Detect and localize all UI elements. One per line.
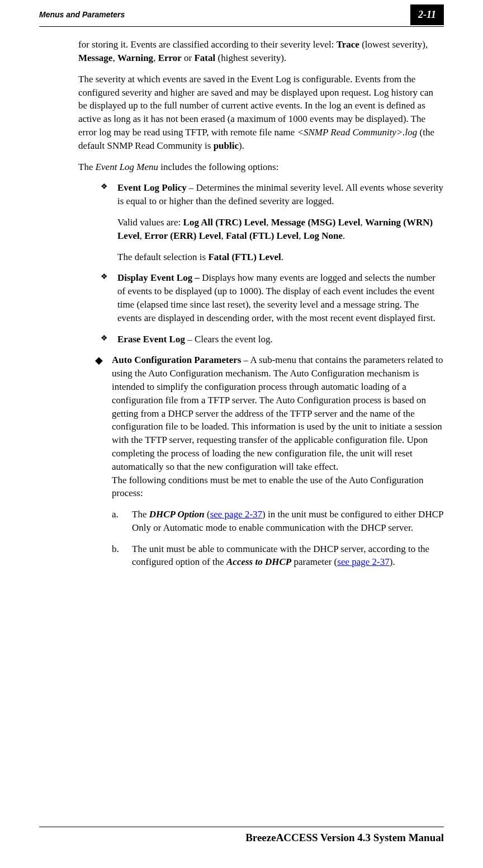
paragraph-3: The Event Log Menu includes the followin… xyxy=(78,161,444,174)
link-dhcp-option[interactable]: see page 2-37 xyxy=(210,509,262,520)
content: for storing it. Events are classified ac… xyxy=(0,38,483,569)
header-rule xyxy=(39,26,444,27)
diamond-icon: ◆ xyxy=(95,353,112,500)
footer-text: BreezeACCESS Version 4.3 System Manual xyxy=(39,831,444,846)
bullet-event-log-policy: ❖ Event Log Policy – Determines the mini… xyxy=(78,181,444,263)
bullet-icon: ❖ xyxy=(101,181,117,208)
default-selection: The default selection is Fatal (FTL) Lev… xyxy=(101,251,444,264)
link-access-to-dhcp[interactable]: see page 2-37 xyxy=(337,556,389,567)
bullet-display-event-log: ❖ Display Event Log – Displays how many … xyxy=(78,271,444,324)
header-page-number: 2-11 xyxy=(410,4,444,25)
bullet-icon: ❖ xyxy=(101,271,117,324)
bullet-auto-config: ◆ Auto Configuration Parameters – A sub-… xyxy=(78,353,444,569)
valid-values: Valid values are: Log All (TRC) Level, M… xyxy=(101,216,444,243)
bullet-icon: ❖ xyxy=(101,333,117,346)
bullet-erase-event-log: ❖ Erase Event Log – Clears the event log… xyxy=(78,333,444,346)
list-item-a: a. The DHCP Option (see page 2-37) in th… xyxy=(95,508,444,535)
header-section: Menus and Parameters xyxy=(39,10,125,21)
paragraph-2: The severity at which events are saved i… xyxy=(78,73,444,153)
page-footer: BreezeACCESS Version 4.3 System Manual xyxy=(39,827,444,846)
page-header: Menus and Parameters 2-11 xyxy=(0,0,483,25)
footer-rule xyxy=(39,827,444,827)
list-item-b: b. The unit must be able to communicate … xyxy=(95,542,444,569)
paragraph-1: for storing it. Events are classified ac… xyxy=(78,38,444,65)
